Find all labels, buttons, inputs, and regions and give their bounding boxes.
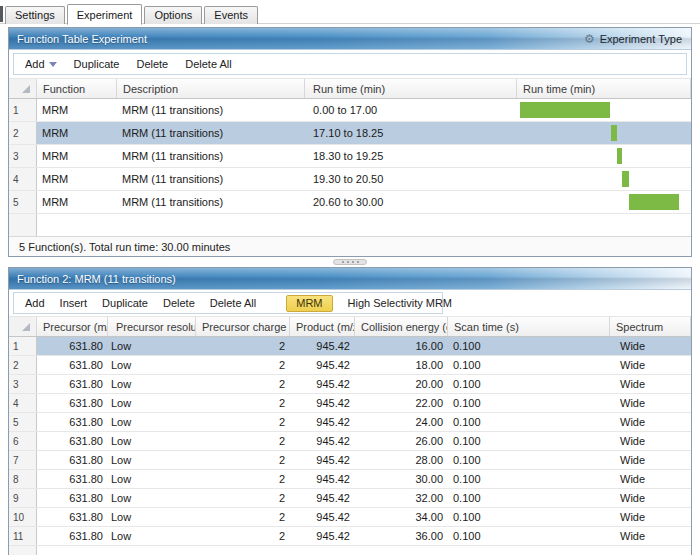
cell-energy: 32.00 xyxy=(355,489,448,507)
status-text: 5 Function(s). Total run time: 30.00 min… xyxy=(19,241,230,253)
tab-options[interactable]: Options xyxy=(144,6,202,24)
insert-button[interactable]: Insert xyxy=(60,297,88,309)
column-header-scan-time[interactable]: Scan time (s) xyxy=(448,317,610,336)
column-header-spectrum[interactable]: Spectrum xyxy=(610,317,691,336)
row-number[interactable]: 2 xyxy=(9,356,37,374)
cell-scan-time: 0.100 xyxy=(448,356,610,374)
row-number[interactable]: 1 xyxy=(9,337,37,355)
cell-function: MRM xyxy=(37,99,117,121)
function-row[interactable]: 1 MRM MRM (11 transitions) 0.00 to 17.00 xyxy=(9,99,691,122)
row-number[interactable]: 3 xyxy=(9,145,37,167)
gantt-plot-area xyxy=(520,168,679,190)
function-row[interactable]: 4 MRM MRM (11 transitions) 19.30 to 20.5… xyxy=(9,168,691,191)
function-row[interactable]: 2 MRM MRM (11 transitions) 17.10 to 18.2… xyxy=(9,122,691,145)
cell-run-time: 17.10 to 18.25 xyxy=(305,122,517,144)
cell-precursor: 631.80 xyxy=(37,451,108,469)
function-row[interactable]: 3 MRM MRM (11 transitions) 18.30 to 19.2… xyxy=(9,145,691,168)
column-header-product[interactable]: Product (m/z) xyxy=(290,317,355,336)
transition-row[interactable]: 8 631.80 Low 2 945.42 30.00 0.100 Wide xyxy=(9,470,691,489)
transition-row[interactable]: 3 631.80 Low 2 945.42 20.00 0.100 Wide xyxy=(9,375,691,394)
cell-charge: 2 xyxy=(196,432,290,450)
cell-spectrum: Wide xyxy=(610,508,691,526)
cell-resolution: Low xyxy=(108,489,196,507)
column-header-energy[interactable]: Collision energy (eV) xyxy=(355,317,448,336)
cell-resolution: Low xyxy=(108,337,196,355)
run-time-bar xyxy=(629,194,679,210)
run-time-bar xyxy=(520,102,610,118)
cell-charge: 2 xyxy=(196,527,290,545)
cell-function: MRM xyxy=(37,168,117,190)
duplicate-button[interactable]: Duplicate xyxy=(102,297,148,309)
cell-run-time-chart xyxy=(517,191,691,213)
column-header-resolution[interactable]: Precursor resolution xyxy=(108,317,196,336)
duplicate-button[interactable]: Duplicate xyxy=(74,58,120,70)
cell-description: MRM (11 transitions) xyxy=(117,191,305,213)
cell-function: MRM xyxy=(37,145,117,167)
row-number[interactable]: 9 xyxy=(9,489,37,507)
row-number[interactable]: 2 xyxy=(9,122,37,144)
delete-button[interactable]: Delete xyxy=(163,297,195,309)
row-number[interactable]: 5 xyxy=(9,191,37,213)
cell-spectrum: Wide xyxy=(610,337,691,355)
transition-row[interactable]: 6 631.80 Low 2 945.42 26.00 0.100 Wide xyxy=(9,432,691,451)
delete-all-button[interactable]: Delete All xyxy=(210,297,256,309)
panel-splitter[interactable] xyxy=(0,257,700,267)
mrm-mode-button[interactable]: MRM xyxy=(286,295,332,312)
transition-row[interactable]: 2 631.80 Low 2 945.42 18.00 0.100 Wide xyxy=(9,356,691,375)
transition-row[interactable]: 1 631.80 Low 2 945.42 16.00 0.100 Wide xyxy=(9,337,691,356)
cell-description: MRM (11 transitions) xyxy=(117,122,305,144)
high-selectivity-mrm-button[interactable]: High Selectivity MRM xyxy=(348,297,453,309)
panel-title: Function 2: MRM (11 transitions) xyxy=(9,273,176,285)
cell-function: MRM xyxy=(37,191,117,213)
row-number[interactable]: 6 xyxy=(9,432,37,450)
column-header-description[interactable]: Description xyxy=(117,79,305,98)
row-number[interactable]: 10 xyxy=(9,508,37,526)
window-edge-fragment xyxy=(0,6,3,22)
select-all-corner[interactable] xyxy=(9,317,37,336)
transition-row[interactable]: 4 631.80 Low 2 945.42 22.00 0.100 Wide xyxy=(9,394,691,413)
add-button[interactable]: Add xyxy=(25,58,57,71)
row-number[interactable]: 5 xyxy=(9,413,37,431)
function-table-header-row: Function Description Run time (min) Run … xyxy=(9,78,691,99)
row-number[interactable]: 7 xyxy=(9,451,37,469)
row-number[interactable]: 4 xyxy=(9,394,37,412)
row-number[interactable]: 4 xyxy=(9,168,37,190)
transition-row[interactable]: 7 631.80 Low 2 945.42 28.00 0.100 Wide xyxy=(9,451,691,470)
gantt-plot-area xyxy=(520,99,679,121)
tab-experiment[interactable]: Experiment xyxy=(67,4,143,25)
cell-precursor: 631.80 xyxy=(37,432,108,450)
transition-row[interactable]: 9 631.80 Low 2 945.42 32.00 0.100 Wide xyxy=(9,489,691,508)
column-header-run-time-chart[interactable]: Run time (min) xyxy=(517,79,691,98)
transition-row[interactable]: 5 631.80 Low 2 945.42 24.00 0.100 Wide xyxy=(9,413,691,432)
column-header-function[interactable]: Function xyxy=(37,79,117,98)
experiment-type-button[interactable]: ⚙ Experiment Type xyxy=(584,33,691,45)
transition-row[interactable]: 11 631.80 Low 2 945.42 36.00 0.100 Wide xyxy=(9,527,691,546)
column-header-run-time[interactable]: Run time (min) xyxy=(305,79,517,98)
cell-resolution: Low xyxy=(108,375,196,393)
cell-product: 945.42 xyxy=(290,356,355,374)
column-header-precursor[interactable]: Precursor (m/z) xyxy=(37,317,108,336)
row-number[interactable]: 1 xyxy=(9,99,37,121)
cell-scan-time: 0.100 xyxy=(448,527,610,545)
column-header-charge[interactable]: Precursor charge state xyxy=(196,317,290,336)
cell-resolution: Low xyxy=(108,470,196,488)
delete-all-button[interactable]: Delete All xyxy=(185,58,231,70)
cell-precursor: 631.80 xyxy=(37,413,108,431)
splitter-grip xyxy=(333,259,367,265)
delete-button[interactable]: Delete xyxy=(136,58,168,70)
tab-events[interactable]: Events xyxy=(204,6,258,24)
cell-run-time: 18.30 to 19.25 xyxy=(305,145,517,167)
row-number[interactable]: 11 xyxy=(9,527,37,545)
row-number[interactable]: 3 xyxy=(9,375,37,393)
cell-resolution: Low xyxy=(108,451,196,469)
row-number[interactable]: 8 xyxy=(9,470,37,488)
cell-run-time-chart xyxy=(517,145,691,167)
function-table-panel-header: Function Table Experiment ⚙ Experiment T… xyxy=(9,28,691,50)
function-row[interactable]: 5 MRM MRM (11 transitions) 20.60 to 30.0… xyxy=(9,191,691,214)
cell-charge: 2 xyxy=(196,337,290,355)
transition-row[interactable]: 10 631.80 Low 2 945.42 34.00 0.100 Wide xyxy=(9,508,691,527)
add-button[interactable]: Add xyxy=(25,297,45,309)
tab-settings[interactable]: Settings xyxy=(5,6,65,24)
select-all-corner[interactable] xyxy=(9,79,37,98)
add-dropdown-arrow-icon xyxy=(49,62,57,71)
